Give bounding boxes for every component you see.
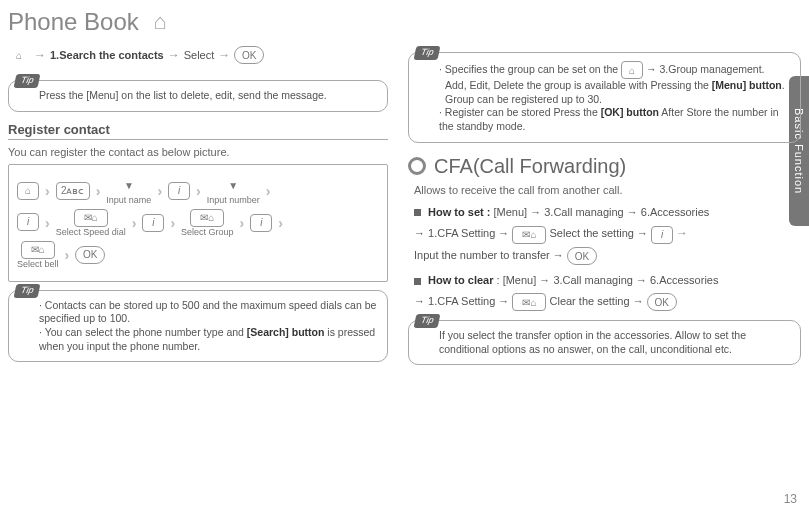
cfa-desc: Allows to receive the call from another … — [414, 184, 801, 196]
tip-box: Tip · Specifies the group can be set on … — [408, 52, 801, 143]
cfa-title: CFA(Call Forwarding) — [408, 155, 801, 178]
tip-text: · You can select the phone number type a… — [39, 326, 377, 353]
how-to-clear: How to clear : [Menu] → 3.Call managing … — [414, 270, 801, 312]
chevron-right-icon: › — [157, 183, 162, 199]
search-steps: ⌂ → 1.Search the contacts → Select → OK — [8, 44, 388, 72]
book-icon: ⌂ — [8, 46, 30, 64]
tip-badge: Tip — [14, 284, 41, 298]
book-icon: ⌂ — [17, 182, 39, 200]
tip-part: · You can select the phone number type a… — [39, 326, 247, 338]
input-number-label: Input number — [207, 195, 260, 205]
tip-box: Tip · Contacts can be stored up to 500 a… — [8, 290, 388, 363]
input-name-label: Input name — [106, 195, 151, 205]
flow-text: Select the setting → — [550, 227, 652, 239]
how-clear-label: How to clear — [428, 274, 493, 286]
page-title: Phone Book ⌂ — [0, 0, 809, 40]
flow-text: [Menu] → 3.Call managing → 6.Accessories — [493, 206, 709, 218]
info-icon: i — [168, 182, 190, 200]
book-icon: ⌂ — [621, 61, 643, 79]
tip-text: If you select the transfer option in the… — [439, 329, 746, 355]
chevron-right-icon: › — [132, 215, 137, 231]
flow-text: Clear the setting → — [550, 295, 647, 307]
arrow-icon: → — [168, 48, 180, 62]
flow-text: → 1.CFA Setting → — [414, 295, 512, 307]
cursor-icon: ▼ — [222, 177, 244, 195]
chevron-right-icon: › — [240, 215, 245, 231]
tip-part: · Specifies the group can be set on the — [439, 63, 621, 75]
info-icon: i — [17, 213, 39, 231]
title-text: Phone Book — [8, 8, 139, 36]
select-group-label: Select Group — [181, 227, 234, 237]
tip-part: → 3.Group management. — [646, 63, 764, 75]
tip-badge: Tip — [414, 46, 441, 60]
tip-part: · Register can be stored Press the — [439, 106, 601, 118]
tip-badge: Tip — [414, 314, 441, 328]
tip-box: Tip If you select the transfer option in… — [408, 320, 801, 365]
book-icon: ⌂ — [149, 13, 171, 31]
bullet-circle-icon — [408, 157, 426, 175]
flow-text: : [Menu] → 3.Call managing → 6.Accessori… — [497, 274, 719, 286]
tip-badge: Tip — [14, 74, 41, 88]
arrow-icon: → — [676, 226, 688, 240]
select-speed-label: Select Speed dial — [56, 227, 126, 237]
arrow-icon: → — [34, 48, 46, 62]
mail-book-icon: ✉⌂ — [74, 209, 108, 227]
cfa-title-text: CFA(Call Forwarding) — [434, 155, 626, 178]
ok-button-icon: OK — [75, 246, 105, 264]
how-to-set: How to set : [Menu] → 3.Call managing → … — [414, 202, 801, 267]
info-icon: i — [250, 214, 272, 232]
cursor-icon: ▼ — [118, 177, 140, 195]
square-bullet-icon — [414, 209, 421, 216]
chevron-right-icon: › — [96, 183, 101, 199]
chevron-right-icon: › — [45, 215, 50, 231]
tip-part: Add, Edit, Delete the group is available… — [445, 79, 712, 91]
arrow-icon: → — [218, 48, 230, 62]
tip-text: Press the [Menu] on the list to delete, … — [39, 89, 327, 101]
tip-text: · Contacts can be stored up to 500 and t… — [39, 299, 377, 326]
flow-text: Input the number to transfer → — [414, 249, 567, 261]
register-desc: You can register the contact as below pi… — [8, 146, 388, 158]
tip-bold: [Menu] button — [712, 79, 782, 91]
tip-line: Add, Edit, Delete the group is available… — [439, 79, 790, 106]
keypad-icon: 2ᴀʙᴄ — [56, 182, 90, 200]
chevron-right-icon: › — [266, 183, 271, 199]
mail-book-icon: ✉⌂ — [190, 209, 224, 227]
page-number: 13 — [784, 492, 797, 506]
chevron-right-icon: › — [170, 215, 175, 231]
select-bell-label: Select bell — [17, 259, 59, 269]
ok-button-icon: OK — [567, 247, 597, 265]
register-header: Register contact — [8, 122, 388, 140]
mail-book-icon: ✉⌂ — [512, 226, 546, 244]
square-bullet-icon — [414, 278, 421, 285]
register-diagram: ⌂ › 2ᴀʙᴄ › ▼ Input name › i › ▼ Input nu… — [8, 164, 388, 282]
ok-button-icon: OK — [234, 46, 264, 64]
tip-bold: [OK] button — [601, 106, 659, 118]
info-icon: i — [142, 214, 164, 232]
how-set-label: How to set : — [428, 206, 490, 218]
tip-line: · Specifies the group can be set on the … — [439, 61, 790, 79]
select-label: Select — [184, 49, 215, 61]
info-icon: i — [651, 226, 673, 244]
chevron-right-icon: › — [278, 215, 283, 231]
tip-bold: [Search] button — [247, 326, 325, 338]
chevron-right-icon: › — [196, 183, 201, 199]
chevron-right-icon: › — [45, 183, 50, 199]
flow-text: → 1.CFA Setting → — [414, 227, 512, 239]
ok-button-icon: OK — [647, 293, 677, 311]
tip-line: · Register can be stored Press the [OK] … — [439, 106, 790, 133]
mail-book-icon: ✉⌂ — [21, 241, 55, 259]
tip-box: Tip Press the [Menu] on the list to dele… — [8, 80, 388, 112]
mail-book-icon: ✉⌂ — [512, 293, 546, 311]
chevron-right-icon: › — [65, 247, 70, 263]
search-contacts-label: 1.Search the contacts — [50, 49, 164, 61]
